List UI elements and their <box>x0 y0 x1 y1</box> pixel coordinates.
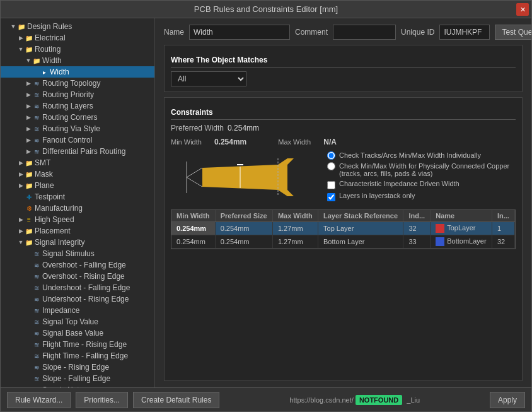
right-panel: Name Comment Unique ID Test Queries Wher… <box>155 18 531 387</box>
expand-arrow <box>25 295 32 303</box>
tree-item-routing-topology[interactable]: ▶ ≋ Routing Topology <box>1 78 154 89</box>
tree-item-routing-via-style[interactable]: ▶ ≋ Routing Via Style <box>1 123 154 134</box>
tree-item-smt[interactable]: ▶ 📁 SMT <box>1 157 154 168</box>
tree-item-testpoint[interactable]: ✛ Testpoint <box>1 191 154 203</box>
create-default-rules-button[interactable]: Create Default Rules <box>133 392 219 408</box>
url-text: https://blog.csdn.net/ <box>289 396 354 404</box>
th-absolute-name: Name <box>431 210 492 222</box>
tree-item-width-rule[interactable]: ▸ Width <box>1 66 154 78</box>
expand-arrow: ▶ <box>25 148 32 155</box>
expand-arrow <box>25 307 32 314</box>
tree-item-width-folder[interactable]: ▼ 📁 Width <box>1 55 154 66</box>
tree-item-fanout-control[interactable]: ▶ ≋ Fanout Control <box>1 134 154 146</box>
tree-label: Fanout Control <box>42 136 92 144</box>
close-button[interactable]: ✕ <box>516 3 529 16</box>
header-form-row: Name Comment Unique ID Test Queries <box>164 25 523 40</box>
tree-label: Mask <box>35 170 53 179</box>
tree-label: Differential Pairs Routing <box>42 147 126 156</box>
expand-arrow: ▼ <box>9 23 17 30</box>
rule-wizard-button[interactable]: Rule Wizard... <box>7 392 71 408</box>
tree-item-overshoot-rising[interactable]: ≋ Overshoot - Rising Edge <box>1 271 154 282</box>
table-row[interactable]: 0.254mm 0.254mm 1.27mm Bottom Layer 33 B… <box>171 235 515 249</box>
expand-arrow <box>25 261 32 269</box>
check-tracks-radio[interactable] <box>327 151 335 160</box>
tree-item-undershoot-falling[interactable]: ≋ Undershoot - Falling Edge <box>1 282 154 293</box>
tree-item-signal-top-value[interactable]: ≋ Signal Top Value <box>1 316 154 327</box>
cell-max-width: 1.27mm <box>272 222 318 235</box>
tree-item-flight-time-rising[interactable]: ≋ Flight Time - Rising Edge <box>1 339 154 350</box>
th-max-width: Max Width <box>272 210 318 222</box>
apply-button[interactable]: Apply <box>490 392 525 408</box>
tree-label: Width <box>50 68 69 76</box>
tree-label: Design Rules <box>27 22 72 31</box>
rule-icon: ≋ <box>32 340 41 349</box>
expand-arrow: ▶ <box>25 114 32 121</box>
tree-label: Plane <box>35 181 54 190</box>
rule-icon: ≋ <box>32 249 41 258</box>
rule-icon: ≋ <box>32 79 41 88</box>
tree-item-undershoot-rising[interactable]: ≋ Undershoot - Rising Edge <box>1 293 154 305</box>
tree-item-routing-priority[interactable]: ▶ ≋ Routing Priority <box>1 89 154 100</box>
tree-label: Overshoot - Falling Edge <box>42 261 126 269</box>
preferred-width-value: 0.254mm <box>228 124 259 132</box>
tree-item-high-speed[interactable]: ▶ ≡ High Speed <box>1 214 154 225</box>
tree-item-slope-rising[interactable]: ≋ Slope - Rising Edge <box>1 362 154 373</box>
cell-name: TopLayer <box>431 222 492 235</box>
folder-icon: 📁 <box>25 45 33 54</box>
expand-arrow <box>32 68 40 76</box>
tree-item-routing-layers[interactable]: ▶ ≋ Routing Layers <box>1 100 154 112</box>
th-absolute-in: In... <box>492 210 514 222</box>
uniqueid-input[interactable] <box>439 25 490 40</box>
tree-item-electrical[interactable]: ▶ 📁 Electrical <box>1 32 154 44</box>
test-queries-button[interactable]: Test Queries <box>495 25 531 40</box>
tree-item-signal-integrity[interactable]: ▼ 📁 Signal Integrity <box>1 237 154 248</box>
tree-item-placement[interactable]: ▶ 📁 Placement <box>1 225 154 237</box>
tree-label: Slope - Rising Edge <box>42 363 109 372</box>
name-input[interactable] <box>189 25 290 40</box>
expand-arrow <box>25 318 32 326</box>
tree-item-plane[interactable]: ▶ 📁 Plane <box>1 180 154 191</box>
tree-item-manufacturing[interactable]: ⚙ Manufacturing <box>1 203 154 214</box>
visual-options-row: Check Tracks/Arcs Min/Max Width Individu… <box>171 151 516 203</box>
check-minmax-label: Check Min/Max Width for Physically Conne… <box>339 162 516 177</box>
constraints-title: Constraints <box>171 108 516 120</box>
tree-item-routing[interactable]: ▼ 📁 Routing <box>1 44 154 55</box>
tree-item-impedance[interactable]: ≋ Impedance <box>1 305 154 316</box>
layers-only-checkbox[interactable] <box>327 193 335 201</box>
tree-item-routing-corners[interactable]: ▶ ≋ Routing Corners <box>1 112 154 123</box>
tree-item-design-rules[interactable]: ▼ 📁 Design Rules <box>1 21 154 32</box>
tree-item-differential-pairs[interactable]: ▶ ≋ Differential Pairs Routing <box>1 146 154 157</box>
table-row[interactable]: 0.254mm 0.254mm 1.27mm Top Layer 32 TopL… <box>171 222 515 235</box>
cell-min-width: 0.254mm <box>171 222 215 235</box>
cell-max-width: 1.27mm <box>272 235 318 249</box>
where-object-dropdown[interactable]: All Net Net Class Layer Custom Query <box>171 71 246 86</box>
tree-item-signal-stimulus[interactable]: ≋ Signal Stimulus <box>1 248 154 259</box>
window-title: PCB Rules and Constraints Editor [mm] <box>194 4 338 14</box>
track-visual <box>171 155 316 199</box>
tree-item-slope-falling[interactable]: ≋ Slope - Falling Edge <box>1 373 154 384</box>
expand-arrow: ▶ <box>17 159 25 167</box>
cell-layer-stack-ref: Bottom Layer <box>318 235 403 249</box>
tree-item-overshoot-falling[interactable]: ≋ Overshoot - Falling Edge <box>1 259 154 271</box>
rule-icon: ≋ <box>32 102 41 110</box>
constraints-section: Constraints Preferred Width 0.254mm Min … <box>164 97 523 381</box>
expand-arrow <box>17 193 25 201</box>
expand-arrow: ▼ <box>25 57 32 64</box>
svg-line-1 <box>187 168 202 177</box>
rule-icon: ≋ <box>32 306 41 315</box>
uniqueid-label: Unique ID <box>401 28 434 37</box>
tree-label: Manufacturing <box>35 204 83 213</box>
expand-arrow: ▶ <box>25 91 32 98</box>
testpoint-icon: ✛ <box>25 192 33 201</box>
characteristic-checkbox[interactable] <box>327 181 335 189</box>
check-minmax-radio[interactable] <box>327 162 335 170</box>
status-url: https://blog.csdn.net/ NOTFOUND _Liu <box>224 396 485 404</box>
tree-label: Placement <box>35 227 71 235</box>
tree-item-mask[interactable]: ▶ 📁 Mask <box>1 168 154 180</box>
expand-arrow: ▼ <box>17 45 25 53</box>
comment-input[interactable] <box>333 25 396 40</box>
priorities-button[interactable]: Priorities... <box>76 392 128 408</box>
tree-item-signal-base-value[interactable]: ≋ Signal Base Value <box>1 327 154 339</box>
tree-item-flight-time-falling[interactable]: ≋ Flight Time - Falling Edge <box>1 350 154 362</box>
svg-marker-3 <box>202 158 294 196</box>
